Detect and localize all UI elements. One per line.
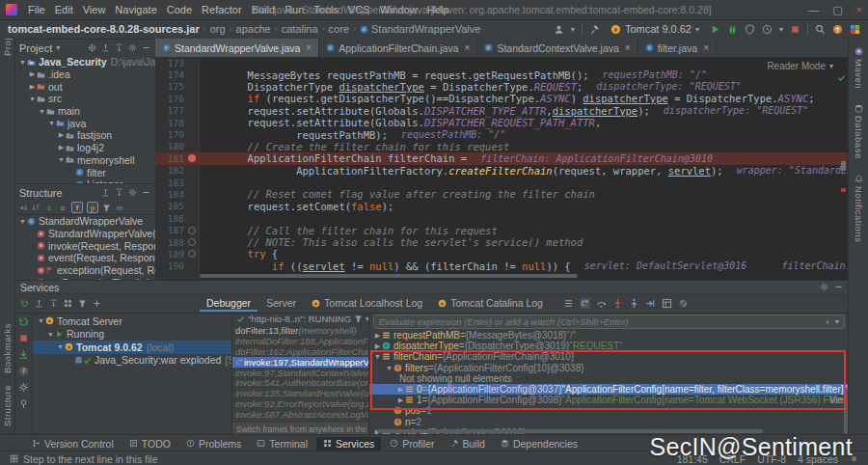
menu-navigate[interactable]: Navigate bbox=[110, 4, 161, 15]
play-icon[interactable] bbox=[710, 24, 720, 35]
service-item-tomcat-server[interactable]: ▼Tomcat Server bbox=[33, 315, 231, 328]
services-tab-tomcat-catalina-log[interactable]: Tomcat Catalina Log bbox=[431, 295, 550, 312]
filter-chip-p[interactable]: p bbox=[87, 202, 98, 213]
restore-layout-icon[interactable] bbox=[662, 298, 672, 309]
project-item-out[interactable]: ▶out bbox=[14, 80, 155, 93]
gear-icon[interactable] bbox=[128, 188, 137, 197]
tree-collapsed-arrow-icon[interactable]: ▶ bbox=[28, 83, 37, 91]
services-tab-server[interactable]: Server bbox=[259, 295, 303, 312]
line-number[interactable]: 173 bbox=[155, 58, 184, 68]
line-number[interactable]: 174 bbox=[155, 69, 184, 80]
variable-row-0[interactable]: ▶0 = {ApplicationFilterConfig@3037} "App… bbox=[369, 384, 849, 395]
stack-frame-applicationfilterchain[interactable]: doFilter:162, ApplicationFilterChain (or… bbox=[232, 346, 368, 357]
variable-row-n[interactable]: fn = 2 bbox=[369, 417, 849, 427]
show-execution-point-icon[interactable] bbox=[580, 298, 590, 309]
minimize-icon[interactable] bbox=[834, 283, 843, 291]
tree-collapsed-arrow-icon[interactable]: ▶ bbox=[28, 70, 37, 78]
tree-expanded-arrow-icon[interactable]: ▼ bbox=[56, 343, 65, 350]
tool-window-button-dependencies[interactable]: Dependencies bbox=[494, 437, 584, 451]
update-icon[interactable] bbox=[832, 24, 843, 35]
expand-all-icon[interactable] bbox=[49, 299, 58, 308]
maximize-button[interactable]: ▢ bbox=[832, 4, 842, 16]
line-number[interactable]: 186 bbox=[155, 213, 184, 224]
tree-expanded-arrow-icon[interactable]: ▼ bbox=[37, 317, 45, 324]
reader-mode-label[interactable]: Reader Mode ▾ bbox=[767, 61, 833, 71]
line-number[interactable]: 187 bbox=[155, 225, 184, 235]
profiler-clock-icon[interactable] bbox=[762, 24, 773, 35]
variable-row-not-showing-null-elements[interactable]: Not showing null elements bbox=[369, 373, 849, 384]
gutter-mark-area[interactable] bbox=[184, 238, 199, 246]
run-configuration-select[interactable]: Tomcat 9.0.62▾ bbox=[607, 22, 703, 36]
breadcrumb-item-tomcat-embed-core-8-0-28-sources-jar[interactable]: tomcat-embed-core-8.0.28-sources.jar bbox=[8, 23, 200, 35]
expand-all-icon[interactable] bbox=[115, 43, 123, 52]
menu-help[interactable]: Help bbox=[422, 4, 454, 15]
tree-collapsed-arrow-icon[interactable]: ▶ bbox=[396, 397, 405, 404]
project-item-java[interactable]: ▼java bbox=[14, 117, 155, 129]
filter-chip-f[interactable]: f bbox=[71, 202, 83, 213]
stack-frame-filter[interactable]: doFilter:13, filter (memoryshell) bbox=[232, 325, 368, 336]
collapse-all-icon[interactable] bbox=[35, 299, 43, 308]
structure-item-standardwrappervalve[interactable]: ▼cStandardWrapperValve bbox=[14, 215, 155, 228]
menu-refactor[interactable]: Refactor bbox=[197, 4, 247, 15]
structure-item-standardwrappervalve[interactable]: mStandardWrapperValve() bbox=[14, 228, 155, 240]
structure-item-invoke-request-response-vo[interactable]: minvoke(Request, Response): vo bbox=[14, 239, 155, 252]
close-button[interactable]: × bbox=[856, 4, 862, 15]
tool-tab-notifications[interactable]: Notifications bbox=[854, 175, 864, 242]
group-icon[interactable] bbox=[64, 299, 72, 308]
line-number[interactable]: 188 bbox=[155, 237, 184, 248]
project-item-filter[interactable]: cfilter bbox=[14, 166, 155, 178]
menu-code[interactable]: Code bbox=[162, 4, 197, 15]
menu-run[interactable]: Run bbox=[280, 4, 309, 15]
tool-window-button-todo[interactable]: TODO bbox=[122, 437, 177, 451]
tree-collapsed-arrow-icon[interactable]: ▶ bbox=[57, 144, 66, 151]
funnel-icon[interactable] bbox=[78, 299, 87, 308]
history-icon[interactable]: ＋ bbox=[824, 316, 831, 327]
stack-frame-abstractaccesslogvalve[interactable]: invoke:687, AbstractAccessLogValve (org.… bbox=[232, 409, 368, 420]
tool-window-button-profiler[interactable]: Profiler bbox=[383, 437, 441, 451]
menu-icon[interactable] bbox=[563, 298, 574, 309]
evaluate-expression-input[interactable]: Evaluate expression (Enter) or add a wat… bbox=[373, 315, 845, 329]
editor-horizontal-scrollbar[interactable] bbox=[200, 274, 578, 278]
stack-frame-applicationfilterchain[interactable]: internalDoFilter:188, ApplicationFilterC… bbox=[232, 336, 368, 346]
line-number[interactable]: 180 bbox=[155, 141, 184, 151]
filter-chip-m[interactable]: m bbox=[115, 203, 124, 212]
tool-window-button-version-control[interactable]: Version Control bbox=[25, 437, 121, 451]
variable-row-dispatchertype[interactable]: ▶edispatcherType = {DispatcherType@3019}… bbox=[369, 341, 849, 351]
service-item-running[interactable]: ▼Running bbox=[33, 328, 231, 342]
chevron-down-icon[interactable]: ▾ bbox=[835, 317, 839, 326]
project-item-log4j2[interactable]: ▶log4j2 bbox=[14, 142, 155, 154]
line-number[interactable]: 175 bbox=[155, 81, 184, 92]
stack-frame-standardcontextvalve[interactable]: invoke:97, StandardContextValve (org.apa… bbox=[232, 368, 368, 378]
tree-collapsed-arrow-icon[interactable]: ▶ bbox=[57, 131, 66, 139]
filter-chip-c[interactable]: c bbox=[44, 203, 54, 212]
target-icon[interactable] bbox=[88, 43, 96, 52]
variable-row-pos[interactable]: fpos = 1 bbox=[369, 405, 849, 416]
tool-window-button-build[interactable]: Build bbox=[444, 437, 492, 451]
tree-collapsed-arrow-icon[interactable]: ▶ bbox=[373, 332, 382, 340]
pin-icon[interactable] bbox=[18, 398, 29, 409]
line-number[interactable]: 179 bbox=[155, 129, 184, 140]
tree-expanded-arrow-icon[interactable]: ▼ bbox=[46, 331, 55, 338]
tree-expanded-arrow-icon[interactable]: ▼ bbox=[373, 353, 382, 360]
filter-chip-o[interactable]: o bbox=[58, 203, 68, 212]
tree-expanded-arrow-icon[interactable]: ▼ bbox=[385, 365, 393, 371]
gear-icon[interactable] bbox=[820, 283, 828, 291]
line-number[interactable]: 189 bbox=[155, 249, 184, 260]
line-number[interactable]: 183 bbox=[155, 178, 184, 188]
editor-tab-standardwrappervalve-java[interactable]: cStandardWrapperValve.java× bbox=[155, 39, 319, 57]
close-icon[interactable]: × bbox=[625, 42, 631, 53]
line-number[interactable]: 185 bbox=[155, 201, 184, 211]
collapse-all-icon[interactable] bbox=[101, 43, 110, 52]
gutter-mark-area[interactable] bbox=[184, 250, 199, 258]
service-item-tomcat-9-0-62[interactable]: ▼Tomcat 9.0.62 (local) bbox=[33, 341, 231, 354]
expand-all-icon[interactable] bbox=[115, 188, 123, 197]
stack-frame-errorreportvalve[interactable]: invoke:92, ErrorReportValve (org.apache.… bbox=[232, 398, 368, 409]
line-number[interactable]: 182 bbox=[155, 165, 184, 176]
menu-build[interactable]: Build bbox=[247, 4, 280, 15]
services-tab-debugger[interactable]: Debugger bbox=[200, 295, 258, 312]
stack-frame-standardhostvalve[interactable]: invoke:135, StandardHostValve (org.apach… bbox=[232, 388, 368, 398]
mute-breakpoints-icon[interactable] bbox=[678, 298, 689, 309]
stack-frame-authenticatorbase[interactable]: invoke:541, AuthenticatorBase (org.apach… bbox=[232, 377, 368, 388]
menu-window[interactable]: Window bbox=[375, 4, 422, 15]
breadcrumb-item-catalina[interactable]: catalina bbox=[282, 23, 318, 35]
